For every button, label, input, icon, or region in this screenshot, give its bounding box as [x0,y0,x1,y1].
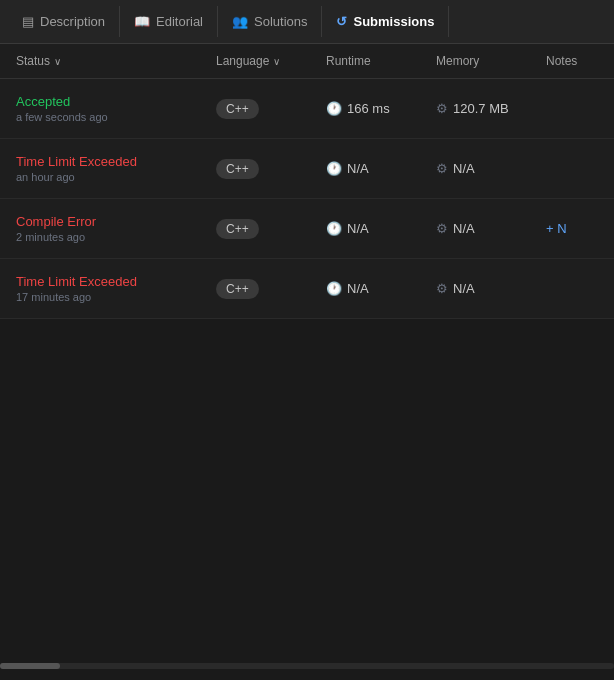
horizontal-scrollbar[interactable] [0,660,614,672]
row-status-4: Time Limit Exceeded 17 minutes ago [16,274,216,303]
scrollbar-track[interactable] [0,663,614,669]
clock-icon-3: 🕐 [326,221,342,236]
row-status-1: Accepted a few seconds ago [16,94,216,123]
tab-editorial[interactable]: 📖 Editorial [120,6,218,37]
memory-icon-4: ⚙ [436,281,448,296]
editorial-icon: 📖 [134,14,150,29]
table-row[interactable]: Time Limit Exceeded an hour ago C++ 🕐 N/… [0,139,614,199]
tabs-container: ▤ Description 📖 Editorial 👥 Solutions ↺ … [0,0,614,44]
tab-solutions[interactable]: 👥 Solutions [218,6,322,37]
clock-icon-2: 🕐 [326,161,342,176]
col-header-memory: Memory [436,54,546,68]
row-language-4: C++ [216,279,326,299]
row-runtime-3: 🕐 N/A [326,221,436,236]
tab-description-label: Description [40,14,105,29]
tab-submissions-label: Submissions [353,14,434,29]
submissions-icon: ↺ [336,14,347,29]
row-language-1: C++ [216,99,326,119]
table-row[interactable]: Compile Error 2 minutes ago C++ 🕐 N/A ⚙ … [0,199,614,259]
memory-icon-2: ⚙ [436,161,448,176]
row-memory-3: ⚙ N/A [436,221,546,236]
status-label-1: Accepted [16,94,216,109]
language-badge-3: C++ [216,219,259,239]
col-header-language[interactable]: Language ∨ [216,54,326,68]
row-runtime-4: 🕐 N/A [326,281,436,296]
row-status-3: Compile Error 2 minutes ago [16,214,216,243]
status-time-1: a few seconds ago [16,111,216,123]
status-label-3: Compile Error [16,214,216,229]
status-sort-icon: ∨ [54,56,61,67]
table-header: Status ∨ Language ∨ Runtime Memory Notes [0,44,614,79]
status-label-4: Time Limit Exceeded [16,274,216,289]
language-badge-4: C++ [216,279,259,299]
status-time-3: 2 minutes ago [16,231,216,243]
row-memory-1: ⚙ 120.7 MB [436,101,546,116]
row-memory-2: ⚙ N/A [436,161,546,176]
tab-submissions[interactable]: ↺ Submissions [322,6,449,37]
row-runtime-1: 🕐 166 ms [326,101,436,116]
memory-icon-1: ⚙ [436,101,448,116]
main-content: Status ∨ Language ∨ Runtime Memory Notes… [0,44,614,672]
status-time-2: an hour ago [16,171,216,183]
table-row[interactable]: Accepted a few seconds ago C++ 🕐 166 ms … [0,79,614,139]
clock-icon-1: 🕐 [326,101,342,116]
row-language-3: C++ [216,219,326,239]
description-icon: ▤ [22,14,34,29]
scrollbar-thumb[interactable] [0,663,60,669]
table-body: Accepted a few seconds ago C++ 🕐 166 ms … [0,79,614,319]
row-runtime-2: 🕐 N/A [326,161,436,176]
status-label-2: Time Limit Exceeded [16,154,216,169]
col-header-runtime: Runtime [326,54,436,68]
solutions-icon: 👥 [232,14,248,29]
tab-editorial-label: Editorial [156,14,203,29]
clock-icon-4: 🕐 [326,281,342,296]
language-sort-icon: ∨ [273,56,280,67]
row-notes-3[interactable]: + N [546,221,598,236]
row-status-2: Time Limit Exceeded an hour ago [16,154,216,183]
table-row[interactable]: Time Limit Exceeded 17 minutes ago C++ 🕐… [0,259,614,319]
language-badge-1: C++ [216,99,259,119]
col-header-notes: Notes [546,54,598,68]
tab-description[interactable]: ▤ Description [8,6,120,37]
row-language-2: C++ [216,159,326,179]
row-memory-4: ⚙ N/A [436,281,546,296]
status-time-4: 17 minutes ago [16,291,216,303]
language-badge-2: C++ [216,159,259,179]
tab-solutions-label: Solutions [254,14,307,29]
col-header-status[interactable]: Status ∨ [16,54,216,68]
memory-icon-3: ⚙ [436,221,448,236]
